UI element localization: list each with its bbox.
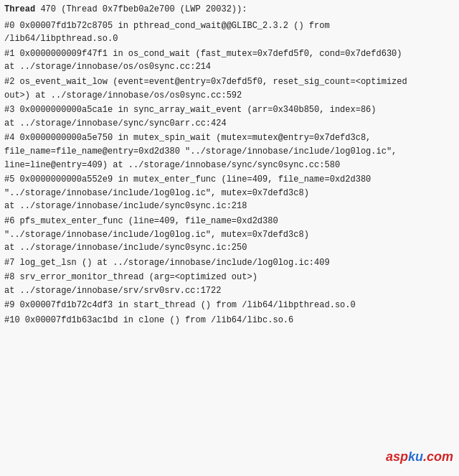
stack-frame: #10 0x00007fd1b63ac1bd in clone () from … [4,314,455,327]
watermark-text2: ku [408,449,423,464]
stack-frame: #9 0x00007fd1b72c4df3 in start_thread ()… [4,299,455,312]
thread-header: Thread 470 (Thread 0x7fbeb0a2e700 (LWP 2… [4,3,455,17]
frame-line: #7 log_get_lsn () at ../storage/innobase… [4,256,455,270]
stack-frame: #0 0x00007fd1b72c8705 in pthread_cond_wa… [4,19,455,46]
stack-frame: #7 log_get_lsn () at ../storage/innobase… [4,256,455,270]
stack-frame: #8 srv_error_monitor_thread (arg=<optimi… [4,271,455,297]
frame-line: #4 0x0000000000a5e750 in mutex_spin_wait… [4,131,455,172]
stack-frame: #5 0x0000000000a552e9 in mutex_enter_fun… [4,173,455,213]
watermark-suffix: .com [423,449,453,464]
frame-line: #8 srv_error_monitor_thread (arg=<optimi… [4,271,455,297]
watermark-text1: asp [386,449,408,464]
watermark: aspku.com [386,447,453,467]
frame-line: #1 0x0000000009f47f1 in os_cond_wait (fa… [4,47,455,74]
stack-frame: #1 0x0000000009f47f1 in os_cond_wait (fa… [4,47,455,74]
stack-frame: #2 os_event_wait_low (event=event@entry=… [4,75,455,102]
thread-label: Thread [4,4,40,14]
frame-line: #2 os_event_wait_low (event=event@entry=… [4,75,455,102]
frame-line: #6 pfs_mutex_enter_func (line=409, file_… [4,215,455,255]
stack-frame: #3 0x0000000000a5ca1e in sync_array_wait… [4,103,455,130]
stack-frame: #4 0x0000000000a5e750 in mutex_spin_wait… [4,131,455,172]
frame-line: #9 0x00007fd1b72c4df3 in start_thread ()… [4,299,455,312]
thread-detail: 470 (Thread 0x7fbeb0a2e700 (LWP 20032)): [40,4,247,14]
frame-line: #0 0x00007fd1b72c8705 in pthread_cond_wa… [4,19,455,46]
frame-line: #10 0x00007fd1b63ac1bd in clone () from … [4,314,455,327]
frame-line: #3 0x0000000000a5ca1e in sync_array_wait… [4,103,455,130]
stack-frame: #6 pfs_mutex_enter_func (line=409, file_… [4,215,455,255]
stack-trace: #0 0x00007fd1b72c8705 in pthread_cond_wa… [4,19,455,327]
frame-line: #5 0x0000000000a552e9 in mutex_enter_fun… [4,173,455,213]
